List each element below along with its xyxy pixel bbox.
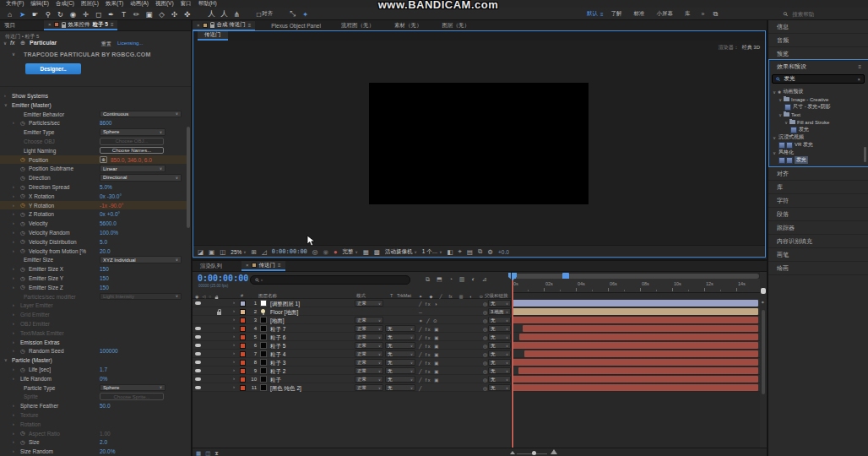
- layer-row-6[interactable]: ›6粒子 5正常∨无∨╱ fx ▣◎无∨: [193, 341, 512, 350]
- stopwatch-icon[interactable]: ◷: [20, 220, 25, 227]
- expand-icon[interactable]: ›: [233, 367, 235, 372]
- panel-item-对齐[interactable]: 对齐: [768, 167, 868, 181]
- eye-toggle[interactable]: [195, 377, 201, 381]
- layer-row-4[interactable]: ›4粒子 7正常∨无∨╱ fx ▣◎无∨: [193, 324, 512, 333]
- lock-toggle[interactable]: [217, 312, 221, 315]
- parent-dropdown[interactable]: 3.地面∨: [488, 308, 511, 315]
- type-tool[interactable]: T: [117, 10, 130, 19]
- panel-menu-icon[interactable]: ≡: [858, 64, 861, 69]
- twirl-icon[interactable]: ›: [13, 330, 14, 335]
- stopwatch-icon[interactable]: ◷: [20, 184, 25, 191]
- layer-switches[interactable]: ╱ fx ▣: [419, 327, 483, 332]
- property-row-rotation[interactable]: ›Rotation: [0, 420, 187, 429]
- property-row-position-subframe[interactable]: ◷Position SubframeLinear∨: [0, 164, 187, 173]
- tree-item-8[interactable]: ∨风格化: [768, 149, 868, 156]
- layer-duration-bar[interactable]: [518, 367, 758, 374]
- workspace-overflow-icon[interactable]: »: [697, 11, 710, 17]
- blend-mode-dropdown[interactable]: 正常∨: [355, 376, 383, 383]
- twirl-icon[interactable]: ›: [13, 184, 14, 189]
- transparency-grid-icon[interactable]: ▩: [374, 248, 380, 256]
- blend-mode-dropdown[interactable]: 正常∨: [355, 367, 383, 374]
- property-row-aspect-ratio[interactable]: ›◷Aspect Ratio1.00: [0, 429, 187, 438]
- stopwatch-icon[interactable]: ◷: [20, 202, 25, 209]
- rotate-tool[interactable]: ↻: [54, 10, 67, 19]
- property-row-x-rotation[interactable]: ›◷X Rotation0x -30.0°: [0, 192, 187, 201]
- renderer-value[interactable]: 经典 3D: [742, 45, 760, 50]
- exposure-value[interactable]: +0.0: [498, 249, 509, 255]
- align-checkbox[interactable]: □对齐: [255, 10, 274, 19]
- clone-stamp-tool[interactable]: ▣: [143, 10, 155, 19]
- pan-behind-tool[interactable]: ✛: [79, 10, 92, 19]
- property-value[interactable]: 5600.0: [100, 220, 117, 226]
- layer-switches[interactable]: ╱ fx ▣: [419, 335, 483, 340]
- layer-color-swatch[interactable]: [240, 368, 246, 374]
- layer-switches[interactable]: ╱: [419, 386, 483, 391]
- stopwatch-icon[interactable]: ◷: [20, 266, 25, 273]
- panel-item-库[interactable]: 库: [768, 181, 868, 194]
- property-value[interactable]: -1x -90.0°: [100, 203, 123, 209]
- panel-item-字符[interactable]: 字符: [768, 194, 868, 208]
- property-value[interactable]: 5.0%: [100, 184, 112, 190]
- property-value[interactable]: 150: [100, 275, 109, 281]
- layer-switches[interactable]: ╱ fx ▣: [419, 369, 483, 374]
- twirl-icon[interactable]: ∨: [772, 150, 777, 155]
- roi-icon[interactable]: ▦: [363, 248, 369, 256]
- parent-dropdown[interactable]: 无∨: [488, 325, 511, 332]
- blend-mode-dropdown[interactable]: 正常∨: [355, 350, 383, 357]
- mini-flowchart-icon[interactable]: ⧉: [426, 276, 430, 283]
- twirl-icon[interactable]: ›: [13, 312, 14, 317]
- pickwhip-icon[interactable]: ◎: [483, 334, 487, 340]
- layer-switches[interactable]: ─: [419, 310, 483, 315]
- hand-tool[interactable]: ☛: [29, 10, 41, 19]
- trkmat-dropdown[interactable]: 无∨: [385, 376, 415, 383]
- grid-guides-icon[interactable]: ⊞: [252, 248, 257, 256]
- property-value[interactable]: 5.0: [100, 239, 107, 245]
- property-row-choose-obj[interactable]: Choose OBJChoose OBJ...: [0, 137, 187, 146]
- property-row-grid-emitter[interactable]: ›Grid Emitter: [0, 310, 187, 319]
- layer-duration-bar[interactable]: [523, 325, 758, 332]
- twirl-icon[interactable]: ∨: [778, 112, 783, 117]
- layer-duration-bar[interactable]: [513, 308, 758, 315]
- trkmat-dropdown[interactable]: 无∨: [385, 334, 415, 340]
- eye-toggle[interactable]: [195, 301, 201, 305]
- property-row-emitter-size-y[interactable]: ›◷Emitter Size Y150: [0, 274, 187, 283]
- twirl-icon[interactable]: ›: [13, 266, 14, 271]
- twirl-icon[interactable]: ›: [13, 239, 14, 244]
- close-icon[interactable]: ×: [197, 23, 200, 28]
- pen-tool[interactable]: ✒: [105, 10, 117, 19]
- time-ruler[interactable]: 0s02s04s06s08s10s12s14s: [512, 279, 760, 293]
- eye-toggle[interactable]: [195, 335, 201, 339]
- pickwhip-icon[interactable]: ◎: [483, 360, 487, 366]
- resolution-dropdown[interactable]: 完整∨: [342, 248, 357, 256]
- twirl-icon[interactable]: ›: [13, 220, 14, 225]
- effects-search-input[interactable]: [782, 75, 851, 83]
- layer-color-swatch[interactable]: [240, 377, 246, 383]
- layer-name-column-header[interactable]: 图层名称: [258, 293, 277, 299]
- list-lanes-divider[interactable]: [511, 272, 512, 448]
- twirl-icon[interactable]: ›: [13, 431, 14, 436]
- show-snapshot-icon[interactable]: ◉: [323, 248, 328, 256]
- property-dropdown[interactable]: Sphere∨: [100, 384, 165, 392]
- property-value[interactable]: 150: [100, 285, 109, 290]
- panel-item-段落[interactable]: 段落: [768, 208, 868, 221]
- layer-row-5[interactable]: ›5粒子 6正常∨无∨╱ fx ▣◎无∨: [193, 333, 512, 341]
- layer-color-swatch[interactable]: [240, 326, 246, 332]
- position-crosshair-icon[interactable]: ⊕: [100, 156, 107, 163]
- property-value[interactable]: 850.0, 346.0, 6.0: [111, 157, 152, 163]
- workspace-tab-3[interactable]: 小屏幕: [651, 10, 680, 18]
- expand-icon[interactable]: ›: [233, 376, 235, 381]
- layer-switches[interactable]: ╱ fx ▣: [419, 377, 483, 383]
- stopwatch-icon[interactable]: ◷: [20, 430, 25, 437]
- panel-item-音频[interactable]: 音频: [768, 34, 868, 47]
- twirl-icon[interactable]: ›: [13, 403, 14, 408]
- layer-row-7[interactable]: ›7粒子 4正常∨无∨╱ fx ▣◎无∨: [193, 350, 512, 358]
- clear-search-icon[interactable]: ×: [857, 77, 860, 82]
- property-row-text-mask-emitter[interactable]: ›Text/Mask Emitter: [0, 328, 187, 338]
- property-value[interactable]: 2.0: [100, 439, 107, 445]
- menu-item-2[interactable]: 合成(C): [52, 0, 78, 8]
- property-row-velocity[interactable]: ›◷Velocity5600.0: [0, 219, 187, 228]
- property-row-particle-master-[interactable]: ∨Particle (Master): [0, 356, 187, 365]
- twirl-icon[interactable]: ›: [13, 275, 14, 280]
- mode-column-header[interactable]: 模式: [356, 293, 366, 299]
- help-search[interactable]: ⚲: [784, 9, 866, 19]
